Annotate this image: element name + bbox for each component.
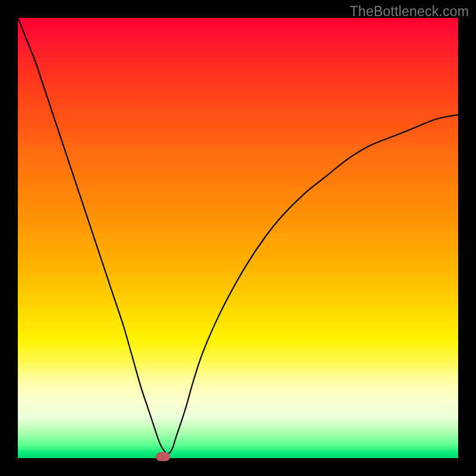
chart-frame: TheBottleneck.com	[0, 0, 476, 476]
curve-svg	[18, 18, 458, 458]
optimum-marker	[156, 452, 170, 461]
bottleneck-curve	[18, 18, 458, 454]
watermark-text: TheBottleneck.com	[350, 4, 469, 20]
plot-area	[18, 18, 458, 458]
